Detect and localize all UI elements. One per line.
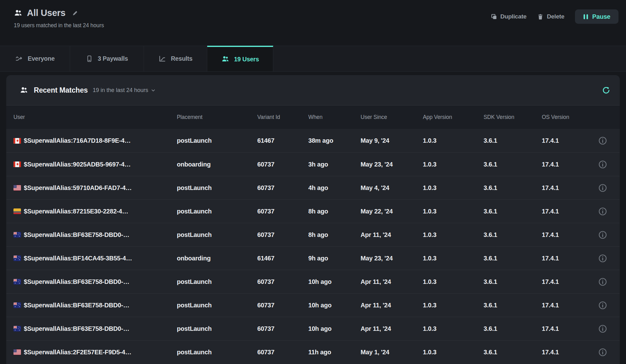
user-since-cell: May 1, '24 [361, 349, 423, 356]
app-version-cell: 1.0.3 [423, 184, 484, 192]
user-since-cell: May 4, '24 [361, 184, 423, 192]
app-version-cell: 1.0.3 [423, 137, 484, 144]
info-icon[interactable] [598, 136, 607, 145]
tab-users[interactable]: 19 Users [207, 46, 273, 71]
sdk-version-cell: 3.6.1 [484, 302, 542, 309]
duplicate-label: Duplicate [500, 13, 527, 20]
flag-au-icon [13, 302, 21, 308]
time-range-label: 19 in the last 24 hours [93, 87, 148, 94]
tab-paywalls-label: 3 Paywalls [98, 55, 128, 62]
placement-cell: onboarding [177, 255, 257, 262]
refresh-icon[interactable] [602, 86, 610, 95]
placement-cell: postLaunch [177, 208, 257, 215]
info-icon[interactable] [598, 324, 607, 333]
info-icon[interactable] [598, 183, 607, 192]
user-cell: $SuperwallAlias:BF14CA45-3B55-4… [13, 255, 177, 262]
tab-users-label: 19 Users [234, 56, 259, 63]
info-icon[interactable] [598, 160, 607, 169]
pause-button[interactable]: Pause [575, 9, 618, 24]
os-version-cell: 17.4.1 [542, 349, 598, 356]
user-alias: $SuperwallAlias:BF63E758-DBD0-… [24, 302, 129, 309]
table-row[interactable]: $SuperwallAlias:87215E30-2282-4…postLaun… [6, 199, 620, 223]
app-version-cell: 1.0.3 [423, 161, 484, 168]
phone-icon [86, 55, 93, 62]
flag-au-icon [13, 326, 21, 331]
sdk-version-cell: 3.6.1 [484, 161, 542, 168]
sdk-version-cell: 3.6.1 [484, 184, 542, 192]
shuffle-icon [15, 55, 23, 63]
tab-everyone[interactable]: Everyone [0, 46, 70, 71]
flag-au-icon [13, 255, 21, 261]
pause-icon [583, 14, 588, 20]
placement-cell: postLaunch [177, 278, 257, 285]
os-version-cell: 17.4.1 [542, 278, 598, 285]
recent-matches-panel: Recent Matches 19 in the last 24 hours U… [6, 75, 620, 364]
info-icon[interactable] [598, 277, 607, 286]
time-range-dropdown[interactable]: 19 in the last 24 hours [93, 87, 156, 94]
sdk-version-cell: 3.6.1 [484, 137, 542, 144]
delete-label: Delete [547, 13, 564, 20]
user-alias: $SuperwallAlias:59710AD6-FAD7-4… [24, 184, 132, 192]
app-version-cell: 1.0.3 [423, 255, 484, 262]
info-icon[interactable] [598, 301, 607, 310]
users-icon [20, 86, 28, 95]
table-header-row: UserPlacementVariant IdWhenUser SinceApp… [6, 105, 620, 129]
user-cell: $SuperwallAlias:2F2E57EE-F9D5-4… [13, 349, 177, 356]
flag-ca-icon [13, 138, 21, 144]
table-row[interactable]: $SuperwallAlias:2F2E57EE-F9D5-4…postLaun… [6, 340, 620, 364]
table-row[interactable]: $SuperwallAlias:BF63E758-DBD0-…postLaunc… [6, 293, 620, 317]
placement-cell: postLaunch [177, 302, 257, 309]
delete-button[interactable]: Delete [537, 13, 564, 20]
app-version-cell: 1.0.3 [423, 349, 484, 356]
info-icon[interactable] [598, 207, 607, 216]
column-header-when: When [308, 114, 361, 120]
user-cell: $SuperwallAlias:59710AD6-FAD7-4… [13, 184, 177, 192]
os-version-cell: 17.4.1 [542, 208, 598, 215]
os-version-cell: 17.4.1 [542, 161, 598, 168]
copy-icon [491, 13, 497, 20]
table-row[interactable]: $SuperwallAlias:716A7D18-8F9E-4…postLaun… [6, 129, 620, 152]
table-row[interactable]: $SuperwallAlias:BF63E758-DBD0-…postLaunc… [6, 223, 620, 246]
flag-au-icon [13, 232, 21, 238]
when-cell: 10h ago [308, 325, 361, 332]
when-cell: 4h ago [308, 184, 361, 192]
table-row[interactable]: $SuperwallAlias:BF63E758-DBD0-…postLaunc… [6, 270, 620, 293]
duplicate-button[interactable]: Duplicate [491, 13, 527, 20]
info-icon[interactable] [598, 348, 607, 357]
placement-cell: onboarding [177, 161, 257, 168]
users-icon [221, 55, 229, 63]
column-header-user: User [13, 114, 177, 120]
placement-cell: postLaunch [177, 325, 257, 332]
tab-results-label: Results [171, 55, 192, 62]
user-alias: $SuperwallAlias:87215E30-2282-4… [24, 208, 128, 215]
page-title: All Users [27, 8, 65, 18]
user-since-cell: May 22, '24 [361, 208, 423, 215]
user-cell: $SuperwallAlias:BF63E758-DBD0-… [13, 231, 177, 238]
panel-title: Recent Matches [34, 86, 88, 95]
pencil-icon[interactable] [72, 10, 79, 17]
app-version-cell: 1.0.3 [423, 208, 484, 215]
tab-results[interactable]: Results [144, 46, 207, 71]
variant-id-cell: 60737 [257, 278, 308, 285]
user-since-cell: May 9, '24 [361, 137, 423, 144]
table-row[interactable]: $SuperwallAlias:59710AD6-FAD7-4…postLaun… [6, 176, 620, 199]
os-version-cell: 17.4.1 [542, 325, 598, 332]
trash-icon [537, 13, 544, 20]
placement-cell: postLaunch [177, 184, 257, 192]
table-row[interactable]: $SuperwallAlias:BF14CA45-3B55-4…onboardi… [6, 246, 620, 270]
when-cell: 3h ago [308, 161, 361, 168]
tab-paywalls[interactable]: 3 Paywalls [70, 46, 144, 71]
info-icon[interactable] [598, 254, 607, 263]
user-alias: $SuperwallAlias:2F2E57EE-F9D5-4… [24, 349, 131, 356]
flag-au-icon [13, 279, 21, 285]
when-cell: 10h ago [308, 278, 361, 285]
pause-label: Pause [592, 13, 610, 20]
tab-everyone-label: Everyone [28, 55, 54, 62]
table-row[interactable]: $SuperwallAlias:9025ADB5-9697-4…onboardi… [6, 152, 620, 176]
table-row[interactable]: $SuperwallAlias:BF63E758-DBD0-…postLaunc… [6, 317, 620, 340]
info-icon[interactable] [598, 230, 607, 239]
when-cell: 10h ago [308, 302, 361, 309]
flag-co-icon [13, 208, 21, 214]
os-version-cell: 17.4.1 [542, 302, 598, 309]
sdk-version-cell: 3.6.1 [484, 325, 542, 332]
